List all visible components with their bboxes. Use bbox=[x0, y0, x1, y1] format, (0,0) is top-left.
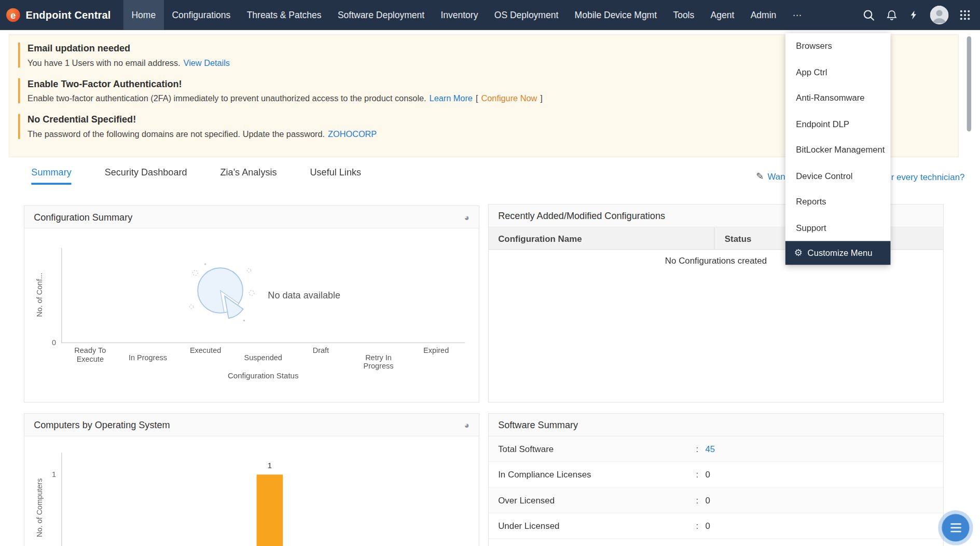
x-axis-categories: Ready To Execute In Progress Executed Su… bbox=[61, 346, 465, 364]
technician-promo-link-continued[interactable]: r every technician? bbox=[891, 172, 965, 182]
nav-item-tools[interactable]: Tools bbox=[665, 0, 702, 30]
row-value: 0 bbox=[705, 470, 710, 480]
nav-item-inventory[interactable]: Inventory bbox=[433, 0, 486, 30]
floating-menu-button[interactable] bbox=[942, 514, 969, 541]
page-scrollbar-thumb[interactable] bbox=[967, 36, 971, 131]
learn-more-link[interactable]: Learn More bbox=[430, 94, 473, 103]
tab-summary[interactable]: Summary bbox=[31, 167, 71, 185]
alert-message: The password of the following domains ar… bbox=[27, 130, 325, 139]
search-icon[interactable] bbox=[862, 9, 875, 21]
software-summary-rows: Total Software : 45 In Compliance Licens… bbox=[489, 436, 943, 539]
customize-menu-label: Customize Menu bbox=[808, 248, 873, 257]
dropdown-item-endpoint-dlp[interactable]: Endpoint DLP bbox=[785, 111, 891, 137]
x-axis-category: Executed bbox=[177, 346, 234, 364]
promo-text-fragment: Wan bbox=[768, 172, 785, 182]
software-summary-row: Total Software : 45 bbox=[489, 436, 943, 462]
row-separator: : bbox=[689, 444, 705, 454]
dropdown-item-browsers[interactable]: Browsers bbox=[785, 33, 891, 59]
view-details-link[interactable]: View Details bbox=[184, 58, 230, 67]
x-axis-category: Retry In Progress bbox=[350, 353, 407, 371]
dropdown-item-anti-ransomware[interactable]: Anti-Ransomware bbox=[785, 85, 891, 111]
x-axis-category: Ready To Execute bbox=[61, 346, 119, 364]
card-header: Software Summary bbox=[489, 414, 943, 436]
dashboard-tabs: Summary Security Dashboard Zia's Analysi… bbox=[31, 167, 361, 185]
y-axis-tick: 1 bbox=[52, 470, 56, 479]
gear-icon: ⚙ bbox=[794, 247, 803, 258]
card-title: Computers by Operating System bbox=[34, 419, 170, 430]
dropdown-item-support[interactable]: Support bbox=[785, 215, 891, 241]
row-value: 0 bbox=[705, 495, 710, 505]
dropdown-item-app-ctrl[interactable]: App Ctrl bbox=[785, 59, 891, 85]
row-separator: : bbox=[689, 495, 705, 505]
column-configuration-name: Configuration Name bbox=[489, 227, 714, 249]
x-axis-title: Configuration Status bbox=[61, 371, 465, 380]
y-axis-tick: 0 bbox=[52, 338, 56, 347]
row-value: 0 bbox=[705, 521, 710, 531]
no-data-text: No data available bbox=[268, 290, 340, 301]
zohocorp-link[interactable]: ZOHOCORP bbox=[328, 130, 377, 139]
software-summary-row: Under Licensed : 0 bbox=[489, 513, 943, 539]
total-software-value-link[interactable]: 45 bbox=[705, 444, 715, 454]
row-label: Total Software bbox=[489, 444, 689, 454]
quick-actions-bolt-icon[interactable] bbox=[908, 9, 919, 21]
computers-by-os-plot: 1 bbox=[61, 453, 465, 546]
software-summary-row: Over Licensed : 0 bbox=[489, 488, 943, 513]
bar-value-label: 1 bbox=[257, 461, 283, 470]
alert-message: You have 1 Users with no email address. bbox=[27, 58, 180, 67]
nav-item-admin[interactable]: Admin bbox=[742, 0, 784, 30]
y-axis-label: No. of Computers bbox=[35, 464, 44, 546]
configuration-summary-card: Configuration Summary ◕ No. of Conf... 0… bbox=[24, 206, 479, 403]
nav-item-mobile-device-mgmt[interactable]: Mobile Device Mgmt bbox=[567, 0, 665, 30]
nav-item-agent[interactable]: Agent bbox=[702, 0, 742, 30]
page: e Endpoint Central Home Configurations T… bbox=[0, 0, 980, 546]
notifications-bell-icon[interactable] bbox=[886, 9, 898, 21]
user-avatar[interactable] bbox=[930, 6, 948, 24]
dropdown-item-device-control[interactable]: Device Control bbox=[785, 163, 891, 189]
hamburger-icon bbox=[950, 523, 961, 525]
main-nav: Home Configurations Threats & Patches So… bbox=[123, 0, 810, 30]
alert-message: Enable two-factor authentication (2FA) i… bbox=[27, 94, 426, 103]
technician-promo-link[interactable]: ✎ Wan bbox=[756, 171, 785, 182]
nav-item-configurations[interactable]: Configurations bbox=[164, 0, 239, 30]
software-summary-card: Software Summary Total Software : 45 In … bbox=[488, 413, 944, 546]
card-header: Computers by Operating System ◕ bbox=[24, 414, 479, 436]
software-summary-row: In Compliance Licenses : 0 bbox=[489, 462, 943, 487]
tab-zias-analysis[interactable]: Zia's Analysis bbox=[220, 167, 277, 185]
os-count-bar[interactable] bbox=[257, 474, 283, 546]
row-label: Under Licensed bbox=[489, 521, 689, 531]
card-title: Recently Added/Modified Configurations bbox=[498, 210, 665, 221]
row-separator: : bbox=[689, 521, 705, 531]
chart-type-pie-icon[interactable]: ◕ bbox=[464, 420, 469, 430]
dropdown-item-bitlocker-management[interactable]: BitLocker Management bbox=[785, 137, 891, 163]
nav-item-threats-patches[interactable]: Threats & Patches bbox=[239, 0, 329, 30]
nav-item-software-deployment[interactable]: Software Deployment bbox=[329, 0, 433, 30]
brand-title: Endpoint Central bbox=[25, 9, 111, 21]
nav-more-button[interactable]: ⋯ bbox=[784, 0, 810, 30]
bracket-open: [ bbox=[476, 94, 478, 103]
chart-type-pie-icon[interactable]: ◕ bbox=[464, 212, 469, 222]
row-separator: : bbox=[689, 470, 705, 480]
dropdown-item-reports[interactable]: Reports bbox=[785, 189, 891, 215]
tab-security-dashboard[interactable]: Security Dashboard bbox=[105, 167, 187, 185]
row-label: Over Licensed bbox=[489, 495, 689, 505]
apps-grid-icon[interactable] bbox=[959, 9, 971, 21]
top-navbar: e Endpoint Central Home Configurations T… bbox=[0, 0, 980, 30]
more-menu-dropdown: Browsers App Ctrl Anti-Ransomware Endpoi… bbox=[785, 33, 891, 265]
navbar-actions bbox=[862, 6, 980, 24]
empty-pie-illustration bbox=[187, 260, 257, 330]
bracket-close: ] bbox=[540, 94, 543, 103]
customize-menu-button[interactable]: ⚙ Customize Menu bbox=[785, 241, 891, 265]
x-axis-category: Draft bbox=[292, 346, 350, 364]
endpoint-central-logo-icon[interactable]: e bbox=[6, 8, 20, 22]
tab-useful-links[interactable]: Useful Links bbox=[310, 167, 361, 185]
nav-item-os-deployment[interactable]: OS Deployment bbox=[486, 0, 567, 30]
brand[interactable]: e Endpoint Central bbox=[0, 8, 123, 22]
configure-now-link[interactable]: Configure Now bbox=[481, 94, 537, 103]
card-title: Software Summary bbox=[498, 419, 578, 430]
nav-item-home[interactable]: Home bbox=[123, 0, 164, 30]
config-summary-plot: No data available bbox=[61, 248, 465, 343]
card-title: Configuration Summary bbox=[34, 212, 132, 223]
x-axis-category: Expired bbox=[407, 346, 465, 364]
x-axis-category: In Progress bbox=[119, 353, 176, 371]
card-header: Configuration Summary ◕ bbox=[24, 206, 479, 228]
